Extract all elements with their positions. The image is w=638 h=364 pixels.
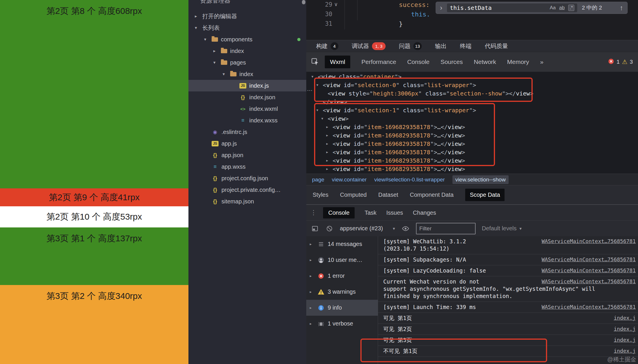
breadcrumb-item[interactable]: view.container <box>332 177 366 183</box>
wxml-node[interactable]: ▸<view id="item-1696829358178">…</view> <box>311 156 638 165</box>
tree-item[interactable]: ▾长列表 <box>188 22 306 34</box>
console-filter-row[interactable]: ▸10 user me… <box>306 252 378 268</box>
list-item-block[interactable]: 第2页 第8 个 高度608rpx <box>0 0 188 188</box>
devtools-tab[interactable]: Memory <box>507 58 529 65</box>
panel-tab[interactable]: 终端 <box>460 42 472 50</box>
console-tab[interactable]: Console <box>323 207 355 218</box>
chevron-right-icon[interactable]: ▸ <box>213 48 221 54</box>
list-item-block[interactable]: 第3页 第2 个 高度340rpx <box>0 285 188 364</box>
list-item-block[interactable]: 第3页 第1 个 高度137rpx <box>0 227 188 285</box>
devtools-tab[interactable]: Console <box>407 58 430 65</box>
console-tab[interactable]: Issues <box>386 209 403 216</box>
tree-item[interactable]: ≡app.wxss <box>188 161 306 172</box>
wxml-node[interactable]: ▸<view id="item-1696829358178">…</view> <box>311 131 638 139</box>
devtools-tab[interactable]: Network <box>474 58 496 65</box>
tree-item[interactable]: {}sitemap.json <box>188 196 306 207</box>
source-link[interactable]: WAServiceMainContext…756856781 <box>542 238 636 244</box>
chevron-right-icon[interactable]: ▸ <box>310 258 314 262</box>
console-tab[interactable]: Changes <box>413 209 436 216</box>
list-item-block[interactable]: 第2页 第10 个 高度53rpx <box>0 206 188 227</box>
console-filter-row[interactable]: ▸1 verbose <box>306 316 378 332</box>
explorer-scrollbar[interactable] <box>302 0 305 4</box>
dock-panel-icon[interactable] <box>311 225 319 233</box>
tree-item[interactable]: {}project.config.json <box>188 172 306 184</box>
tree-item[interactable]: {}app.json <box>188 149 306 161</box>
source-link[interactable]: WAServiceMainContext…756856781 <box>542 267 636 273</box>
source-link[interactable]: index.j <box>614 315 636 321</box>
source-link[interactable]: WAServiceMainContext…756856781 <box>542 256 636 262</box>
tree-item[interactable]: <>index.wxml <box>188 103 306 115</box>
right-arrow-icon[interactable]: ▸ <box>326 158 333 163</box>
panel-tab[interactable]: 调试器1, 3 <box>352 42 386 50</box>
tree-item[interactable]: ≡index.wxss <box>188 115 306 126</box>
tree-item[interactable]: ◉.eslintrc.js <box>188 126 306 138</box>
right-arrow-icon[interactable]: ▸ <box>326 167 333 171</box>
match-case-icon[interactable]: Aa <box>550 5 556 11</box>
find-expand-chevron-icon[interactable]: › <box>440 4 442 11</box>
chevron-down-icon[interactable]: ▾ <box>204 37 212 42</box>
console-tab[interactable]: Task <box>364 209 376 216</box>
tree-item[interactable]: ▸index <box>188 45 306 57</box>
wxml-node[interactable]: ▸<view id="item-1696829358178">…</view> <box>311 165 638 173</box>
right-arrow-icon[interactable]: ▸ <box>326 125 333 129</box>
panel-tab[interactable]: 输出 <box>435 42 447 50</box>
more-options-icon[interactable]: … <box>306 86 313 92</box>
wxml-node[interactable]: ▸<view id="item-1696829358178">…</view> <box>311 123 638 131</box>
devtools-tab[interactable]: Sources <box>441 58 463 65</box>
tree-item[interactable]: JSapp.js <box>188 138 306 149</box>
breadcrumb-item[interactable]: view.selection--show <box>452 175 509 184</box>
panel-tab[interactable]: 代码质量 <box>485 42 508 50</box>
down-arrow-icon[interactable]: ▾ <box>311 74 318 79</box>
inspector-tab[interactable]: Component Data <box>410 192 454 198</box>
clear-console-icon[interactable] <box>325 225 333 233</box>
console-filter-row[interactable]: ▸14 messages <box>306 236 378 252</box>
console-filter-row[interactable]: ▸1 error <box>306 268 378 284</box>
tree-item[interactable]: {}index.json <box>188 91 306 103</box>
breadcrumb-item[interactable]: page <box>312 177 324 183</box>
source-link[interactable]: WAServiceMainContext…756856781 <box>542 304 636 310</box>
down-arrow-icon[interactable]: ▾ <box>316 108 323 112</box>
chevron-right-icon[interactable]: ▸ <box>310 290 314 294</box>
list-item-block[interactable]: 第2页 第9 个 高度41rpx <box>0 188 188 206</box>
eye-icon[interactable] <box>402 225 410 233</box>
wxml-node[interactable]: ▸<view id="item-1696829358178">…</view> <box>311 148 638 156</box>
wxml-node[interactable]: ▾<view class="container"> <box>311 72 638 81</box>
chevron-down-icon[interactable]: ▾ <box>223 71 230 77</box>
console-filter-input[interactable] <box>416 223 476 234</box>
chevron-right-icon[interactable]: ▸ <box>195 14 202 19</box>
breadcrumb-item[interactable]: view#selection-0.list-wrapper <box>374 177 445 183</box>
devtools-tab[interactable]: Wxml <box>325 56 350 68</box>
inspector-tab[interactable]: Styles <box>313 192 328 198</box>
fold-chevron-icon[interactable]: ∨ <box>334 1 338 8</box>
wxml-node[interactable]: <view style="height:3006px" class="selec… <box>311 89 638 98</box>
log-levels-select[interactable]: Default levels ▾ <box>482 225 522 232</box>
console-filter-row[interactable]: ▸9 info <box>306 300 378 316</box>
inspector-tab[interactable]: Computed <box>340 192 366 198</box>
wxml-node[interactable]: ▾<view id="selection-0" class="list-wrap… <box>311 81 638 89</box>
inspect-element-icon[interactable] <box>311 58 320 66</box>
right-arrow-icon[interactable]: ▸ <box>326 133 333 137</box>
tree-item[interactable]: ▾pages <box>188 57 306 68</box>
right-arrow-icon[interactable]: ▸ <box>326 141 333 146</box>
down-arrow-icon[interactable]: ▾ <box>321 116 328 121</box>
tree-item[interactable]: ▾components <box>188 34 306 45</box>
inspector-tab[interactable]: Dataset <box>378 192 398 198</box>
find-input[interactable]: this.setData Aa ab .* <box>447 3 577 12</box>
inspector-tab[interactable]: Scope Data <box>465 189 505 201</box>
regex-icon[interactable]: .* <box>568 5 574 11</box>
tree-item[interactable]: ▸打开的编辑器 <box>188 10 306 22</box>
wxml-node[interactable]: </view> <box>311 98 638 106</box>
panel-tab[interactable]: 问题13 <box>399 42 422 50</box>
devtools-tab[interactable]: Performance <box>361 58 396 65</box>
down-arrow-icon[interactable]: ▾ <box>316 83 323 87</box>
source-link[interactable]: index.j <box>614 348 636 354</box>
tree-item[interactable]: ▾index <box>188 68 306 80</box>
whole-word-icon[interactable]: ab <box>559 5 565 11</box>
tree-item[interactable]: JSindex.js <box>188 80 306 91</box>
chevron-right-icon[interactable]: ▸ <box>310 242 314 246</box>
drag-handle-icon[interactable]: ⋮ <box>310 209 317 216</box>
chevron-right-icon[interactable]: ▸ <box>310 321 314 326</box>
source-link[interactable]: WAServiceMainContext…756856781 <box>542 278 636 284</box>
wxml-node[interactable]: ▾<view id="selection-1" class="list-wrap… <box>311 106 638 114</box>
wxml-node[interactable]: ▾<view> <box>311 114 638 123</box>
